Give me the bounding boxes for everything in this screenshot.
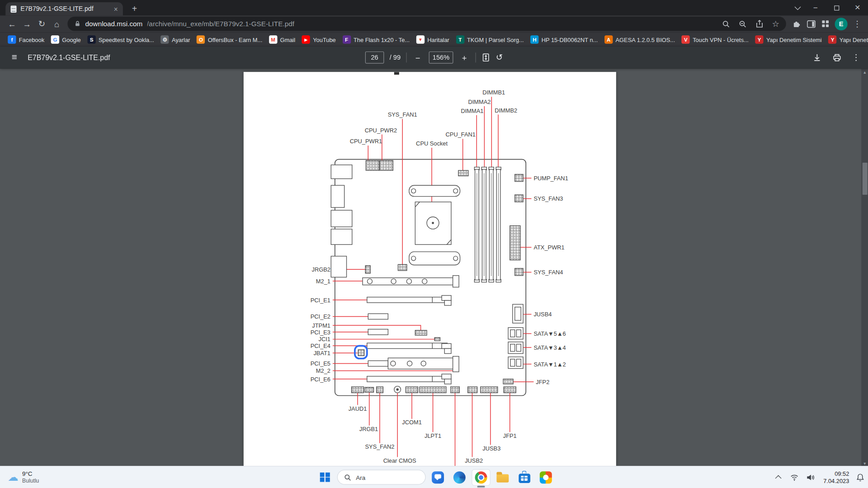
pinned-extension-icon[interactable] <box>821 20 829 28</box>
bookmark-item[interactable]: GGoogle <box>47 34 84 45</box>
bookmark-label: Speedtest by Ookla... <box>99 36 154 43</box>
bookmark-star-icon[interactable]: ☆ <box>772 19 779 29</box>
atx-pwr1-connector <box>510 226 520 260</box>
fit-page-icon[interactable] <box>481 52 491 62</box>
browser-tab[interactable]: E7B79v2.1-GSE-LITE.pdf × <box>5 2 123 15</box>
download-icon[interactable] <box>812 52 822 62</box>
tray-volume-button[interactable] <box>803 469 818 486</box>
scroll-up-icon[interactable]: ▲ <box>861 69 868 75</box>
share-icon[interactable] <box>755 19 764 28</box>
profile-avatar[interactable]: E <box>835 18 848 30</box>
bookmark-item[interactable]: SSpeedtest by Ookla... <box>84 34 157 45</box>
bookmark-favicon: V <box>682 35 690 43</box>
maximize-button[interactable] <box>826 0 847 15</box>
scrollbar-thumb[interactable] <box>862 163 867 195</box>
page-number-input[interactable]: 26 <box>365 52 384 64</box>
zoom-icon[interactable] <box>738 19 746 28</box>
pdf-favicon-icon <box>10 5 16 13</box>
task-icon-photos[interactable] <box>537 469 556 486</box>
minimize-button[interactable]: − <box>805 0 826 15</box>
bookmark-label: AGESA 1.2.0.5 BIOS... <box>615 36 675 43</box>
pdf-menu-icon[interactable]: ≡ <box>8 51 21 64</box>
side-panel-icon[interactable] <box>807 19 816 28</box>
pump-fan1-header <box>515 174 523 182</box>
cpu-pwr2-connector <box>380 160 393 170</box>
bookmark-item[interactable]: FThe Flash 1x20 - Te... <box>339 34 413 45</box>
tab-close-icon[interactable]: × <box>114 5 118 13</box>
taskbar-clock[interactable]: 09:52 7.04.2023 <box>820 470 853 484</box>
bookmark-favicon: S <box>87 35 95 43</box>
url-domain: download.msi.com <box>85 20 143 28</box>
jusb4-connector <box>513 304 523 323</box>
bookmark-item[interactable]: ⚙Ayarlar <box>157 34 193 45</box>
print-icon[interactable] <box>832 52 842 62</box>
task-icon-chrome[interactable] <box>472 469 491 486</box>
taskbar-search-box[interactable]: Ara <box>337 470 426 485</box>
task-icon-file-explorer[interactable] <box>493 469 512 486</box>
close-button[interactable]: × <box>847 0 868 15</box>
pdf-more-icon[interactable]: ⋮ <box>852 52 860 62</box>
reload-button[interactable]: ↻ <box>34 16 49 31</box>
search-placeholder: Ara <box>356 474 365 481</box>
windows-logo-icon <box>320 472 330 482</box>
label-sata56: SATA▼5▲6 <box>533 330 566 337</box>
find-icon[interactable] <box>722 19 730 28</box>
bookmark-favicon: T <box>456 35 464 43</box>
clock-time: 09:52 <box>823 470 849 477</box>
tray-network-button[interactable] <box>788 469 802 486</box>
bookmark-label: Haritalar <box>427 36 449 43</box>
back-button[interactable]: ← <box>5 16 19 31</box>
bookmark-item[interactable]: MGmail <box>266 34 299 45</box>
zoom-out-button[interactable]: − <box>412 52 423 63</box>
start-button[interactable] <box>316 469 335 486</box>
weather-widget[interactable]: ☁ 9°C Bulutlu <box>2 466 45 488</box>
youtube-favicon-icon: ▶ <box>302 35 310 43</box>
chevron-down-icon <box>795 4 801 10</box>
divider <box>406 52 406 62</box>
pdf-controls: 26 / 99 − 156% + ↻ <box>365 52 503 64</box>
label-sys-fan3: SYS_FAN3 <box>533 195 563 202</box>
bookmark-favicon: f <box>8 35 16 43</box>
bookmark-item[interactable]: OOffersBux - Earn M... <box>193 34 266 45</box>
home-button[interactable]: ⌂ <box>49 16 64 31</box>
bookmark-item[interactable]: TTKGM | Parsel Sorg... <box>453 34 527 45</box>
bookmark-item[interactable]: ▼Haritalar <box>413 34 453 45</box>
pdf-scrollbar[interactable]: ▲ ▼ <box>861 69 868 466</box>
label-cpu-pwr1: CPU_PWR1 <box>350 138 382 145</box>
address-bar[interactable]: download.msi.com/archive/mnu_exe/mb/E7B7… <box>67 17 786 31</box>
browser-menu-icon[interactable]: ⋮ <box>853 19 861 29</box>
chevron-up-icon <box>775 475 782 481</box>
url-path: /archive/mnu_exe/mb/E7B79v2.1-GSE-LITE.p… <box>147 20 717 28</box>
bookmark-item[interactable]: YYapı Denetim Sistemi <box>825 34 868 45</box>
label-jusb2: JUSB2 <box>465 457 483 464</box>
label-cpu-pwr2: CPU_PWR2 <box>365 127 397 134</box>
bookmark-item[interactable]: YYapı Denetim Sistemi <box>752 34 825 45</box>
sys-fan4-header <box>515 268 523 276</box>
label-jrgb1: JRGB1 <box>359 426 378 432</box>
task-icon-edge[interactable] <box>450 469 469 486</box>
browser-window: E7B79v2.1-GSE-LITE.pdf × + − × ← → ↻ ⌂ d… <box>0 0 868 488</box>
bookmark-item[interactable]: VTouch VPN - Ücrets... <box>678 34 752 45</box>
label-cpu-socket: CPU Socket <box>416 140 448 147</box>
chrome-icon <box>473 469 490 486</box>
tray-overflow-button[interactable] <box>771 469 786 486</box>
label-dimma1: DIMMA1 <box>461 108 484 114</box>
zoom-level-display[interactable]: 156% <box>429 52 453 64</box>
forward-button[interactable]: → <box>19 16 34 31</box>
bookmark-item[interactable]: ▶YouTube <box>298 34 339 45</box>
task-icon-chat[interactable] <box>429 469 448 486</box>
task-icon-store[interactable] <box>515 469 534 486</box>
jtpm1-header <box>415 330 427 335</box>
tab-search-chevron-icon[interactable] <box>791 0 805 15</box>
extensions-puzzle-icon[interactable] <box>792 19 801 28</box>
store-icon <box>519 474 530 483</box>
window-controls: − × <box>791 0 868 15</box>
bookmark-item[interactable]: HHP 15-DB0062NT n... <box>527 34 601 45</box>
notification-button[interactable] <box>855 469 866 486</box>
new-tab-button[interactable]: + <box>127 3 142 15</box>
bookmark-item[interactable]: fFacebook <box>5 34 48 45</box>
rotate-icon[interactable]: ↻ <box>496 52 503 62</box>
bookmark-favicon: M <box>269 35 277 43</box>
zoom-in-button[interactable]: + <box>459 52 470 63</box>
bookmark-item[interactable]: AAGESA 1.2.0.5 BIOS... <box>601 34 679 45</box>
